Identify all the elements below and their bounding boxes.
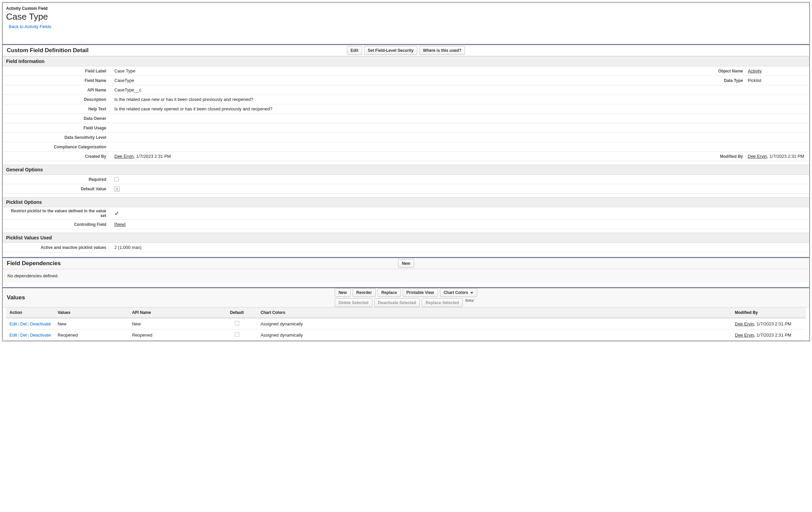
label-help-text: Help Text (3, 105, 111, 113)
replace-selected-button[interactable]: Replace Selected (422, 298, 463, 307)
deactivate-selected-button[interactable]: Deactivate Selected (374, 298, 420, 307)
row-value: Reopened (54, 329, 129, 341)
label-object-name: Object Name (704, 69, 748, 73)
chart-colors-button[interactable]: Chart Colors (440, 288, 477, 297)
definition-title: Custom Field Definition Detail (7, 47, 89, 54)
row-modified-user[interactable]: Dee Ervin (735, 321, 754, 326)
label-compliance: Compliance Categorization (3, 143, 111, 151)
label-field-usage: Field Usage (3, 124, 111, 132)
value-data-type: Picklist (748, 78, 805, 83)
value-description: Is the related case new or has it been c… (111, 95, 809, 103)
picklist-options-bar: Picklist Options (3, 197, 809, 207)
page-title: Case Type (6, 12, 806, 22)
row-default-checkbox (235, 332, 239, 337)
value-count: 2 (1,000 max) (111, 243, 809, 251)
created-by-date: , 1/7/2023 2:31 PM (134, 154, 171, 159)
label-data-type: Data Type (704, 78, 748, 83)
value-field-label: Case Type (111, 67, 704, 75)
label-field-name: Field Name (3, 77, 111, 84)
values-table: Action Values API Name Default Chart Col… (6, 307, 806, 341)
col-values: Values (54, 307, 129, 318)
page-subtitle: Activity Custom Field (6, 6, 806, 11)
value-field-usage (111, 127, 809, 129)
values-header: Values New Reorder Replace Printable Vie… (3, 287, 809, 307)
row-api-name: Reopened (129, 329, 217, 341)
label-api-name: API Name (3, 86, 111, 94)
col-chart-colors: Chart Colors (257, 307, 731, 318)
table-row: Edit|Del|Deactivate Reopened Reopened As… (6, 329, 806, 341)
modified-by-date: , 1/7/2023 2:31 PM (767, 154, 804, 159)
chevron-down-icon (470, 292, 474, 294)
general-options-bar: General Options (3, 165, 809, 175)
label-created-by: Created By (3, 153, 111, 160)
col-default: Default (217, 307, 257, 318)
new-value-button[interactable]: New (335, 288, 351, 297)
label-description: Description (3, 96, 111, 103)
info-icon[interactable]: i (114, 186, 120, 192)
col-action: Action (6, 307, 54, 318)
dependencies-body: No dependencies defined. (3, 269, 809, 282)
row-default-checkbox (235, 321, 239, 325)
label-data-sensitivity: Data Sensitivity Level (3, 134, 111, 141)
row-value: New (54, 318, 129, 329)
row-api-name: New (129, 318, 217, 329)
checkbox-required (114, 177, 119, 182)
label-controlling: Controlling Field (3, 221, 111, 228)
label-required: Required (3, 176, 111, 183)
row-del-link[interactable]: Del (20, 321, 27, 326)
row-edit-link[interactable]: Edit (9, 321, 17, 326)
replace-button[interactable]: Replace (378, 288, 401, 297)
row-deactivate-link[interactable]: Deactivate (30, 321, 51, 326)
where-used-button[interactable]: Where is this used? (419, 46, 465, 55)
label-field-label: Field Label (3, 67, 111, 75)
row-modified-date: , 1/7/2023 2:31 PM (754, 321, 791, 326)
beta-label: Beta! (466, 298, 474, 302)
delete-selected-button[interactable]: Delete Selected (335, 298, 372, 307)
printable-view-button[interactable]: Printable View (403, 288, 438, 297)
field-info-bar: Field Information (3, 56, 809, 66)
dependencies-header: Field Dependencies New (3, 257, 809, 269)
value-data-sensitivity (111, 136, 809, 139)
label-restrict: Restrict picklist to the values defined … (3, 207, 111, 219)
label-active-inactive: Active and inactive picklist values (3, 244, 111, 251)
value-help-text: Is the related case newly opened or has … (111, 105, 809, 113)
value-created-by: Dee Ervin, 1/7/2023 2:31 PM (111, 152, 704, 160)
dependencies-title: Field Dependencies (7, 260, 61, 267)
edit-button[interactable]: Edit (347, 46, 362, 55)
label-modified-by: Modified By (704, 154, 748, 159)
table-row: Edit|Del|Deactivate New New Assigned dyn… (6, 318, 806, 329)
reorder-button[interactable]: Reorder (353, 288, 376, 297)
label-data-owner: Data Owner (3, 115, 111, 122)
link-controlling-new[interactable]: [New] (114, 222, 126, 227)
col-modified-by: Modified By (731, 307, 806, 318)
new-dependency-button[interactable]: New (398, 259, 414, 268)
row-edit-link[interactable]: Edit (9, 333, 17, 338)
value-compliance (111, 146, 809, 148)
row-modified-user[interactable]: Dee Ervin (735, 333, 754, 338)
values-title: Values (7, 294, 25, 301)
definition-header: Custom Field Definition Detail Edit Set … (3, 44, 809, 56)
link-object-name[interactable]: Activity (748, 68, 762, 73)
values-used-bar: Picklist Values Used (3, 233, 809, 243)
value-api-name: CaseType__c (111, 86, 809, 94)
set-fls-button[interactable]: Set Field-Level Security (364, 46, 417, 55)
value-field-name: CaseType (111, 77, 704, 84)
row-deactivate-link[interactable]: Deactivate (30, 333, 51, 338)
row-modified-date: , 1/7/2023 2:31 PM (754, 333, 791, 338)
label-default-value: Default Value (3, 185, 111, 193)
back-link[interactable]: Back to Activity Fields (9, 24, 806, 29)
row-del-link[interactable]: Del (20, 333, 27, 338)
link-modified-by-user[interactable]: Dee Ervin (748, 154, 767, 159)
value-data-owner (111, 117, 809, 120)
checkmark-icon: ✓ (114, 210, 119, 216)
row-chart-colors: Assigned dynamically (257, 318, 731, 329)
row-chart-colors: Assigned dynamically (257, 329, 731, 341)
link-created-by-user[interactable]: Dee Ervin (114, 154, 134, 159)
col-api-name: API Name (129, 307, 217, 318)
